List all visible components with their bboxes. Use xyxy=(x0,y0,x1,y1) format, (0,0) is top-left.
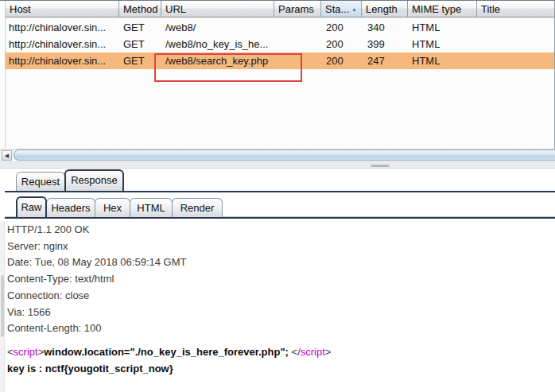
response-header-line: Via: 1566 xyxy=(7,305,532,321)
response-header-line: Server: nginx xyxy=(7,239,532,255)
column-header-method[interactable]: Method xyxy=(119,1,161,17)
tab-headers[interactable]: Headers xyxy=(46,198,95,217)
vertical-scrollbar[interactable] xyxy=(0,221,5,392)
tab-request[interactable]: Request xyxy=(16,172,65,191)
script-open-tag: script xyxy=(14,346,38,358)
cell-url: /web8/no_key_is_he... xyxy=(165,38,273,50)
row-gutter xyxy=(0,1,6,148)
cell-mime: HTML xyxy=(412,55,475,67)
column-header-status-label: Sta... xyxy=(325,3,349,15)
script-code: window.location="./no_key_is_here_foreve… xyxy=(44,346,291,358)
sort-ascending-icon: ▲ xyxy=(351,6,357,12)
cell-status: 200 xyxy=(326,55,362,67)
cell-host: http://chinalover.sin... xyxy=(9,21,120,33)
response-header-line: HTTP/1.1 200 OK xyxy=(7,222,532,239)
cell-host: http://chinalover.sin... xyxy=(9,55,120,67)
burp-proxy-window: Host Method URL Params Sta... ▲ Length M… xyxy=(0,0,555,392)
main-tab-divider xyxy=(5,191,555,192)
horizontal-scrollbar-thumb[interactable] xyxy=(14,149,555,161)
splitter-grip-icon[interactable] xyxy=(371,164,390,167)
cell-mime: HTML xyxy=(412,38,475,50)
cell-method: GET xyxy=(123,38,161,50)
angle-bracket: > xyxy=(325,346,332,358)
column-header-params[interactable]: Params xyxy=(274,1,321,17)
horizontal-scrollbar[interactable]: ◀ xyxy=(0,149,555,161)
tab-hex[interactable]: Hex xyxy=(95,198,130,217)
cell-method: GET xyxy=(123,21,161,33)
http-history-table: Host Method URL Params Sta... ▲ Length M… xyxy=(0,0,555,160)
tab-render[interactable]: Render xyxy=(172,198,223,217)
annotation-rectangle xyxy=(154,53,302,82)
script-close-tag: script xyxy=(301,346,325,358)
response-script-line: <script>window.location="./no_key_is_her… xyxy=(7,344,532,361)
panel-splitter[interactable] xyxy=(0,161,555,169)
tab-raw[interactable]: Raw xyxy=(16,196,47,217)
response-raw-view: HTTP/1.1 200 OK Server: nginx Date: Tue,… xyxy=(0,219,555,392)
column-header-mime[interactable]: MIME type xyxy=(408,1,477,17)
cell-length: 399 xyxy=(367,38,407,50)
cell-length: 340 xyxy=(367,21,407,33)
cell-url: /web8/ xyxy=(165,21,273,33)
history-row-2[interactable]: http://chinalover.sin... GET /web8/no_ke… xyxy=(6,36,554,52)
vertical-scrollbar-thumb[interactable] xyxy=(1,275,4,337)
response-header-line: Connection: close xyxy=(7,288,532,305)
cell-length: 247 xyxy=(367,55,407,67)
column-header-host[interactable]: Host xyxy=(6,1,119,17)
response-body-text: HTTP/1.1 200 OK Server: nginx Date: Tue,… xyxy=(7,222,532,377)
response-key-line: key is : nctf{yougotit_script_now} xyxy=(7,361,532,378)
cell-status: 200 xyxy=(326,38,362,50)
response-header-line: Content-Type: text/html xyxy=(7,271,532,288)
angle-bracket: < xyxy=(7,346,14,358)
cell-status: 200 xyxy=(326,21,362,33)
tab-html[interactable]: HTML xyxy=(130,198,173,217)
response-header-line: Date: Tue, 08 May 2018 06:59:14 GMT xyxy=(7,254,532,271)
history-row-1[interactable]: http://chinalover.sin... GET /web8/ 200 … xyxy=(6,19,554,36)
sub-tab-divider xyxy=(5,217,555,219)
cell-host: http://chinalover.sin... xyxy=(9,38,120,50)
cell-mime: HTML xyxy=(412,21,475,33)
scroll-left-icon[interactable]: ◀ xyxy=(2,150,12,161)
response-header-line: Content-Length: 100 xyxy=(7,320,532,337)
blank-line xyxy=(7,337,532,344)
column-header-length[interactable]: Length xyxy=(362,1,408,17)
angle-bracket: </ xyxy=(292,346,301,358)
tab-response[interactable]: Response xyxy=(64,169,124,191)
column-header-url[interactable]: URL xyxy=(161,1,274,17)
column-header-status[interactable]: Sta... ▲ xyxy=(321,1,362,17)
column-header-title[interactable]: Title xyxy=(477,1,554,17)
